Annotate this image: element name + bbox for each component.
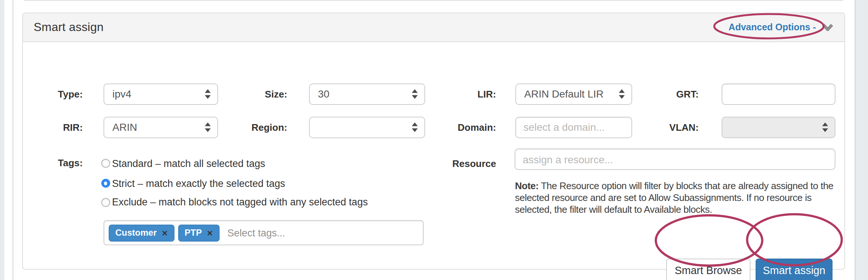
region-label: Region: [170,116,287,138]
domain-label: Domain: [377,116,496,138]
radio-option-strict[interactable]: Strict – match exactly the selected tags [101,175,285,191]
smart-assign-button[interactable]: Smart assign [756,258,833,280]
resource-label: Resource [377,158,496,170]
radio-standard[interactable] [101,159,110,168]
remove-tag-icon[interactable]: × [207,228,213,238]
left-gutter [0,0,4,280]
left-divider [13,0,13,280]
resource-note: Note: The Resource option will filter by… [515,180,833,216]
note-label: Note: [515,180,539,191]
resource-input[interactable] [515,148,835,170]
grt-input[interactable] [722,83,835,105]
type-label: Type: [23,83,83,105]
radio-strict[interactable] [101,179,110,188]
smart-browse-button[interactable]: Smart Browse [666,258,750,280]
tag-search-input[interactable] [223,227,418,238]
tags-multiselect[interactable]: Customer × PTP × [104,220,424,245]
grt-label: GRT: [584,83,699,105]
advanced-options-link[interactable]: Advanced Options - [729,22,816,33]
remove-tag-icon[interactable]: × [162,228,167,238]
panel-body: Type: ipv4 Size: 30 LIR: ARIN Default LI… [23,42,844,269]
panel-header-actions: Advanced Options - [729,22,833,33]
tags-label: Tags: [23,157,83,169]
select-stepper-icon [822,123,828,132]
vlan-select[interactable] [722,116,835,138]
rir-label: RIR: [23,116,83,138]
panel-title: Smart assign [34,21,104,34]
tag-chip-ptp: PTP × [178,224,219,241]
vlan-label: VLAN: [584,116,699,138]
radio-option-standard[interactable]: Standard – match all selected tags [101,155,265,171]
radio-exclude[interactable] [101,198,110,206]
tag-chip-customer: Customer × [109,224,174,241]
panel-header: Smart assign Advanced Options - [23,13,844,42]
size-label: Size: [170,83,287,105]
lir-label: LIR: [377,83,496,105]
radio-option-exclude[interactable]: Exclude – match blocks not tagged with a… [101,194,368,210]
right-gutter [855,0,868,280]
previous-panel-bottom-edge [22,0,845,1]
chevron-down-icon[interactable] [822,24,833,31]
smart-assign-panel: Smart assign Advanced Options - Type: ip… [22,13,845,270]
page: Smart assign Advanced Options - Type: ip… [0,0,868,280]
screen: Smart assign Advanced Options - Type: ip… [0,0,868,280]
